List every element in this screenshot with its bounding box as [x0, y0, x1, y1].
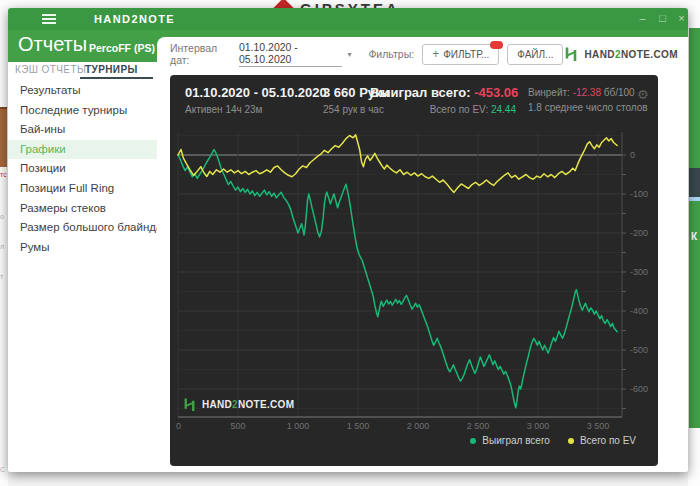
winrate-units: бб/100: [601, 87, 635, 98]
background-window-top: GIPSYTEA: [0, 0, 700, 8]
svg-text:0: 0: [630, 150, 635, 160]
ev-total-value: 24.44: [491, 104, 516, 115]
background-app-logo: [273, 0, 294, 8]
file-button[interactable]: ФАЙЛ...: [507, 44, 563, 65]
chevron-down-icon[interactable]: ▾: [347, 50, 351, 59]
sidebar-item-buyins[interactable]: Бай-ины: [8, 120, 157, 140]
legend-item-won[interactable]: Выиграл всего: [470, 435, 550, 446]
app-window: HAND2NOTE – □ × Отчеты PercoFF (PS)▾ КЭШ…: [8, 8, 688, 472]
legend-label-won: Выиграл всего: [482, 435, 550, 446]
hand2note-logo: HAND2NOTE.COM: [563, 46, 678, 62]
svg-text:1 500: 1 500: [347, 421, 370, 431]
player-selector[interactable]: PercoFF (PS)▾: [89, 42, 162, 54]
svg-text:2 000: 2 000: [407, 421, 430, 431]
stat-active-time: Активен 14ч 23м: [185, 104, 327, 115]
background-text-fragment: л: [0, 243, 8, 250]
sidebar-item-stack-sizes[interactable]: Размеры стеков: [8, 199, 157, 219]
sidebar-item-results[interactable]: Результаты: [8, 81, 157, 101]
player-name: PercoFF (PS): [89, 42, 155, 54]
stat-winrate: Винрейт: -12.38 бб/100 1.8 среднее число…: [528, 87, 648, 113]
background-dark-strip: [689, 168, 700, 197]
background-letter: К: [691, 231, 697, 242]
active-tab-underline: [80, 77, 153, 79]
screen: GIPSYTEA тс о л т С К HAND2NOTE – □ × От…: [0, 0, 700, 486]
minimize-button[interactable]: –: [635, 12, 650, 24]
filters-label: Фильтры:: [368, 48, 414, 60]
sidebar-menu: Результаты Последние турниры Бай-ины Гра…: [8, 81, 157, 257]
window-title: HAND2NOTE: [94, 13, 175, 25]
background-green-strip: [689, 28, 700, 168]
tab-tournaments[interactable]: ТУРНИРЫ: [85, 64, 138, 75]
svg-text:-300: -300: [630, 267, 648, 277]
svg-text:-100: -100: [630, 189, 648, 199]
gear-icon[interactable]: ⚙: [637, 87, 649, 102]
toolbar: Интервал дат: 01.10.2020 - 05.10.2020 ▾ …: [157, 37, 688, 71]
background-app-title: GIPSYTEA: [300, 0, 400, 8]
content-card: Интервал дат: 01.10.2020 - 05.10.2020 ▾ …: [157, 37, 688, 472]
sidebar-item-graphs[interactable]: Графики: [8, 140, 157, 160]
close-button[interactable]: ×: [674, 12, 688, 24]
sidebar-item-positions[interactable]: Позиции: [8, 159, 157, 179]
svg-text:-500: -500: [630, 345, 648, 355]
svg-text:2 500: 2 500: [467, 421, 490, 431]
svg-text:-600: -600: [630, 384, 648, 394]
stat-period: 01.10.2020 - 05.10.2020 Активен 14ч 23м: [185, 85, 327, 115]
chart-legend: Выиграл всего Всего по EV: [170, 435, 636, 446]
avg-tables: 1.8 среднее число столов: [528, 102, 648, 113]
background-text-fragment: о: [0, 213, 8, 220]
chart-panel: 0-100-200-300-400-500-60005001 0001 5002…: [170, 75, 658, 466]
file-button-label: ФАЙЛ...: [517, 49, 553, 60]
hamburger-menu-icon[interactable]: [42, 14, 56, 24]
winrate-value: -12.38: [573, 87, 601, 98]
winrate-label: Винрейт:: [528, 87, 573, 98]
stat-period-range: 01.10.2020 - 05.10.2020: [185, 85, 327, 100]
background-window-right: К: [688, 0, 700, 486]
sidebar-item-rooms[interactable]: Румы: [8, 238, 157, 258]
sidebar-item-big-blind-size[interactable]: Размер большого блайнда: [8, 218, 157, 238]
page-title: Отчеты: [18, 33, 87, 56]
legend-label-ev: Всего по EV: [580, 435, 636, 446]
sidebar-item-positions-full-ring[interactable]: Позиции Full Ring: [8, 179, 157, 199]
svg-text:-200: -200: [630, 228, 648, 238]
sidebar: КЭШ ОТЧЕТЫ ТУРНИРЫ Результаты Последние …: [8, 62, 157, 472]
filter-badge: [490, 41, 503, 49]
background-text-fragment: С: [0, 466, 8, 473]
svg-text:1 000: 1 000: [287, 421, 310, 431]
add-filter-label: ФИЛЬТР...: [443, 49, 489, 60]
titlebar: HAND2NOTE – □ ×: [8, 8, 688, 30]
svg-text:-400: -400: [630, 306, 648, 316]
svg-text:500: 500: [230, 421, 245, 431]
hand2note-logo-icon: [563, 46, 579, 62]
svg-text:3 500: 3 500: [587, 421, 610, 431]
won-total-value: -453.06: [474, 85, 518, 100]
maximize-button[interactable]: □: [655, 12, 670, 24]
legend-dot-won: [470, 438, 476, 444]
won-total-label: Выиграл всего:: [370, 85, 474, 100]
add-filter-button[interactable]: + ФИЛЬТР...: [422, 44, 499, 65]
background-text-fragment: тс: [0, 171, 8, 178]
date-interval-label: Интервал дат:: [170, 42, 233, 66]
legend-item-ev[interactable]: Всего по EV: [568, 435, 636, 446]
chart-watermark: HAND2NOTE.COM: [182, 397, 294, 412]
background-text-fragment: т: [0, 273, 8, 280]
background-image-sliver: [0, 107, 7, 167]
background-window-left: тс о л т С: [0, 8, 8, 486]
date-range-picker[interactable]: 01.10.2020 - 05.10.2020: [239, 41, 343, 67]
tab-cash-reports[interactable]: КЭШ ОТЧЕТЫ: [15, 64, 86, 75]
hand2note-watermark-icon: [182, 397, 197, 412]
stat-won: Выиграл всего: -453.06 Всего по EV: 24.4…: [370, 85, 516, 115]
legend-dot-ev: [568, 438, 574, 444]
svg-text:0: 0: [176, 421, 181, 431]
svg-text:3 000: 3 000: [527, 421, 550, 431]
sidebar-item-recent-tournaments[interactable]: Последние турниры: [8, 101, 157, 121]
plus-icon: +: [432, 47, 439, 61]
ev-total-label: Всего по EV:: [430, 104, 491, 115]
